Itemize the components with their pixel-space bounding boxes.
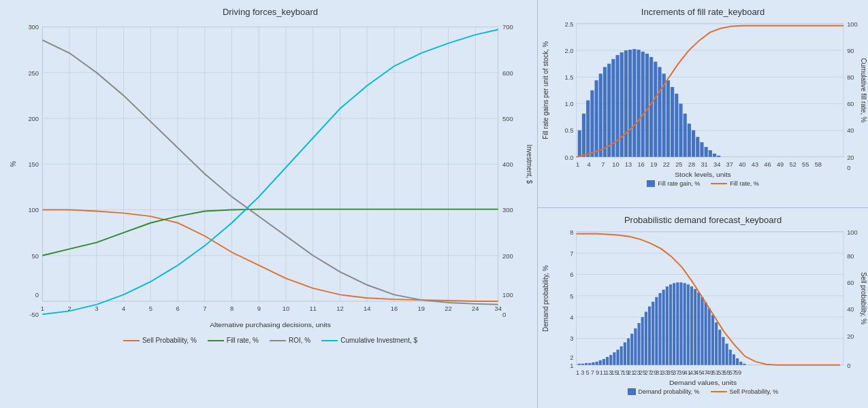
svg-text:Demand probability, %: Demand probability, % (542, 265, 549, 332)
svg-text:Stock levels, units: Stock levels, units (675, 171, 731, 178)
svg-text:43: 43 (752, 162, 758, 169)
svg-rect-169 (596, 362, 598, 365)
svg-text:100: 100 (847, 229, 858, 236)
svg-rect-173 (609, 355, 612, 365)
svg-text:700: 700 (502, 24, 513, 31)
svg-rect-90 (599, 73, 602, 156)
svg-text:100: 100 (847, 21, 858, 28)
svg-text:4: 4 (570, 314, 573, 321)
svg-text:1: 1 (576, 162, 579, 169)
svg-text:4: 4 (588, 162, 591, 169)
svg-rect-200 (705, 303, 707, 365)
svg-rect-96 (624, 50, 628, 157)
svg-text:20: 20 (847, 333, 854, 340)
svg-text:8: 8 (230, 306, 234, 313)
svg-text:250: 250 (28, 70, 39, 77)
svg-text:40: 40 (847, 128, 854, 135)
svg-text:3: 3 (581, 370, 584, 377)
svg-rect-172 (606, 357, 609, 365)
svg-text:28: 28 (688, 162, 695, 169)
svg-text:19: 19 (418, 306, 425, 313)
svg-text:7: 7 (601, 162, 605, 169)
legend-cum-invest-label: Cumulative Investment, $ (340, 337, 417, 344)
svg-text:0.0: 0.0 (565, 154, 574, 161)
svg-text:%: % (9, 161, 16, 167)
svg-rect-98 (632, 49, 636, 157)
svg-rect-92 (607, 64, 611, 157)
svg-rect-111 (688, 124, 691, 157)
legend-demand-prob-label: Demand probability, % (639, 388, 700, 395)
svg-rect-178 (627, 339, 630, 365)
svg-text:40: 40 (739, 162, 745, 169)
legend-fill-rate-label: Fill rate, % (227, 337, 259, 344)
legend-fill-rate-gain-label: Fill rate gain, % (658, 180, 700, 187)
svg-rect-97 (628, 50, 632, 157)
right-top-title: Increments of fill rate_keyboard (541, 7, 865, 17)
svg-rect-89 (594, 80, 598, 157)
svg-text:0: 0 (847, 362, 850, 369)
svg-text:25: 25 (675, 162, 682, 169)
svg-text:5: 5 (586, 370, 590, 377)
svg-text:24: 24 (472, 306, 479, 313)
svg-rect-118 (717, 156, 720, 157)
svg-text:Alternative purchasing decisio: Alternative purchasing decisions, units (210, 322, 331, 329)
svg-text:22: 22 (445, 306, 451, 313)
svg-text:7: 7 (203, 306, 206, 313)
svg-rect-186 (655, 297, 658, 365)
left-chart-title: Driving forces_keyboard (7, 7, 534, 17)
svg-text:2.5: 2.5 (565, 21, 574, 28)
svg-text:Sell probability, %: Sell probability, % (860, 272, 867, 324)
svg-rect-201 (708, 309, 711, 365)
svg-rect-171 (602, 359, 605, 365)
svg-text:100: 100 (502, 292, 513, 299)
svg-text:16: 16 (637, 162, 644, 169)
legend-sell-prob-label: Sell Probability, % (142, 337, 197, 344)
svg-text:34: 34 (494, 306, 501, 313)
svg-text:20: 20 (847, 154, 854, 161)
svg-rect-196 (690, 286, 693, 365)
svg-text:1: 1 (41, 306, 44, 313)
svg-text:0: 0 (502, 311, 506, 318)
svg-text:9: 9 (257, 306, 261, 313)
svg-rect-103 (654, 62, 657, 157)
svg-text:1.5: 1.5 (565, 74, 574, 81)
svg-rect-185 (652, 302, 654, 365)
svg-rect-181 (637, 323, 640, 365)
svg-text:80: 80 (847, 74, 854, 81)
legend-roi-label: ROI, % (289, 337, 310, 344)
svg-text:50: 50 (32, 253, 39, 260)
svg-rect-88 (590, 90, 594, 157)
right-top-chart: Increments of fill rate_keyboard 2.5 (538, 0, 868, 208)
svg-rect-205 (722, 337, 724, 365)
svg-text:10: 10 (283, 306, 289, 313)
svg-text:600: 600 (502, 70, 513, 77)
svg-text:5: 5 (570, 293, 573, 300)
right-chart-panel: Increments of fill rate_keyboard 2.5 (538, 0, 868, 408)
right-bottom-title: Probabilistic demand forecast_keyboard (541, 215, 865, 225)
svg-rect-99 (637, 50, 640, 157)
svg-text:52: 52 (790, 162, 797, 169)
svg-text:6: 6 (176, 306, 179, 313)
svg-text:3: 3 (570, 336, 573, 343)
svg-text:100: 100 (28, 207, 39, 214)
svg-text:0: 0 (35, 292, 39, 299)
svg-rect-191 (673, 283, 675, 364)
svg-text:300: 300 (28, 24, 39, 31)
svg-rect-100 (641, 52, 645, 157)
legend-demand-prob: Demand probability, % (628, 388, 700, 395)
svg-text:14: 14 (364, 306, 370, 313)
svg-rect-189 (666, 286, 669, 365)
svg-rect-87 (586, 101, 590, 157)
svg-text:13: 13 (625, 162, 632, 169)
legend-fill-rate-gain: Fill rate gain, % (647, 180, 700, 187)
svg-text:500: 500 (502, 116, 513, 122)
legend-fill-rate: Fill rate, % (208, 337, 259, 344)
legend-sell-prob: Sell Probability, % (123, 337, 197, 344)
svg-rect-198 (697, 292, 700, 365)
left-chart-svg: 300 250 200 150 100 50 0 -50 % 700 600 5… (7, 20, 534, 334)
svg-rect-177 (624, 342, 626, 364)
right-bottom-svg: 8 7 6 5 4 3 2 1 Demand probability, % 10… (541, 228, 865, 388)
svg-text:2.0: 2.0 (565, 48, 574, 54)
svg-text:49: 49 (777, 162, 784, 169)
svg-text:7: 7 (591, 370, 594, 377)
